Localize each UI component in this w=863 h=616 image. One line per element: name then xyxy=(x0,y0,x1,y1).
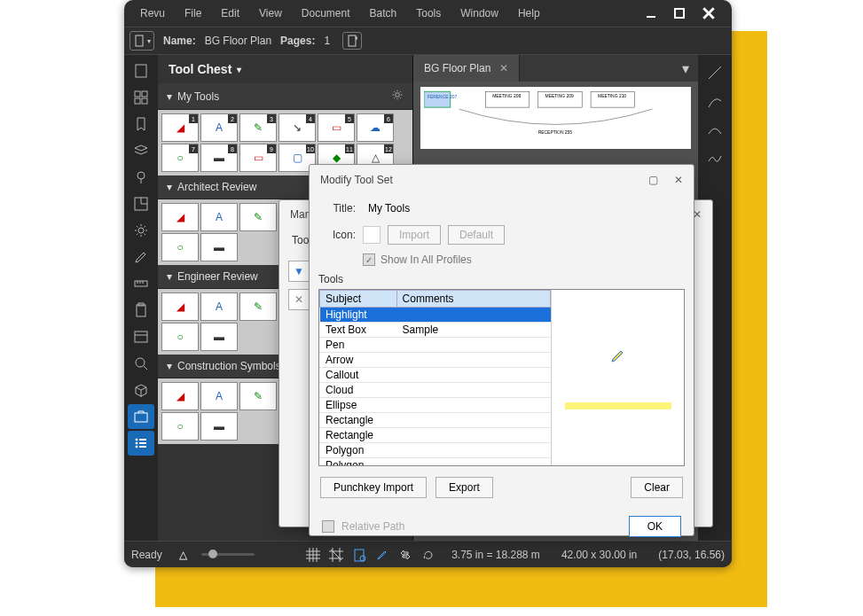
strip-box-icon[interactable] xyxy=(128,378,154,402)
menu-file[interactable]: File xyxy=(184,7,201,19)
strip-search-icon[interactable] xyxy=(128,351,154,376)
maximize-icon[interactable]: ▢ xyxy=(648,174,658,186)
strip-ruler-icon[interactable] xyxy=(128,271,154,296)
maximize-icon[interactable] xyxy=(673,7,686,19)
reuse-icon[interactable] xyxy=(420,546,437,564)
tools-table[interactable]: Subject Comments HighlightText BoxSample… xyxy=(319,290,551,465)
curve-icon[interactable] xyxy=(704,90,726,112)
strip-toolchest-icon[interactable] xyxy=(128,404,154,429)
table-row[interactable]: Cloud xyxy=(320,383,551,398)
tool-tile[interactable]: ▬ xyxy=(200,233,238,261)
menu-tools[interactable]: Tools xyxy=(416,7,441,19)
clear-button[interactable]: Clear xyxy=(631,477,683,498)
triangle-icon[interactable]: △ xyxy=(179,549,187,561)
drawing-sheet[interactable]: FERENCE 207 MEETING 208 MEETING 209 MEET… xyxy=(420,87,691,149)
tool-tile[interactable]: ▭9 xyxy=(239,144,277,172)
tool-tile[interactable]: ▬ xyxy=(200,323,238,351)
menu-view[interactable]: View xyxy=(259,7,282,19)
strip-file-icon[interactable] xyxy=(128,58,154,83)
delete-button[interactable]: ✕ xyxy=(288,289,310,310)
table-row[interactable]: Highlight xyxy=(320,308,551,323)
menu-help[interactable]: Help xyxy=(518,7,540,19)
snap-icon[interactable] xyxy=(327,546,345,564)
menu-edit[interactable]: Edit xyxy=(221,7,239,19)
gear-icon[interactable] xyxy=(391,89,404,104)
sync-icon[interactable] xyxy=(396,546,414,564)
arc-icon[interactable] xyxy=(704,119,726,140)
strip-floorplan-icon[interactable] xyxy=(128,191,154,216)
tool-tile[interactable]: ○ xyxy=(161,412,199,441)
strip-clipboard-icon[interactable] xyxy=(128,298,154,323)
chevron-down-icon[interactable]: ▾ xyxy=(682,60,689,77)
strip-gear-icon[interactable] xyxy=(128,218,154,243)
line-icon[interactable] xyxy=(704,62,726,83)
menu-window[interactable]: Window xyxy=(460,7,498,19)
import-button[interactable]: Import xyxy=(388,225,441,245)
tool-tile[interactable]: ✎ xyxy=(239,292,277,321)
tool-tile[interactable]: ○7 xyxy=(161,144,199,172)
grid-icon[interactable] xyxy=(304,546,322,564)
table-row[interactable]: Callout xyxy=(320,368,551,383)
tool-tile[interactable]: ✎ xyxy=(239,203,277,231)
relative-path-checkbox[interactable] xyxy=(322,520,334,533)
export-button[interactable]: Export xyxy=(435,477,493,498)
tool-tile[interactable]: A xyxy=(200,382,238,410)
strip-layers-icon[interactable] xyxy=(128,138,154,163)
table-row[interactable]: Ellipse xyxy=(320,398,551,413)
page-add-icon[interactable] xyxy=(342,32,362,50)
move-down-button[interactable]: ▼ xyxy=(288,261,310,282)
document-menu-icon[interactable]: ▾ xyxy=(129,31,154,51)
tool-tile[interactable]: ◢1 xyxy=(161,113,199,142)
table-row[interactable]: Rectangle xyxy=(320,428,551,443)
tool-tile[interactable]: ↘4 xyxy=(279,113,316,142)
strip-list-icon[interactable] xyxy=(128,431,154,456)
pages-label: Pages: xyxy=(280,35,315,47)
table-row[interactable]: Text BoxSample xyxy=(320,323,551,338)
wave-icon[interactable] xyxy=(704,147,726,168)
zoom-slider[interactable] xyxy=(201,553,255,556)
tool-tile[interactable]: ✎ xyxy=(239,382,277,410)
tool-tile[interactable]: ○ xyxy=(161,233,199,261)
tool-tile[interactable]: ▬ xyxy=(200,412,238,441)
close-icon[interactable]: ✕ xyxy=(499,62,508,74)
close-icon[interactable] xyxy=(702,6,716,20)
tool-tile[interactable]: ○ xyxy=(161,323,199,351)
col-subject[interactable]: Subject xyxy=(320,291,397,308)
strip-bookmark-icon[interactable] xyxy=(128,112,154,136)
table-row[interactable]: Polygon xyxy=(320,458,551,466)
tab-bg-floor-plan[interactable]: BG Floor Plan ✕ xyxy=(413,55,520,82)
table-row[interactable]: Polygon xyxy=(320,443,551,458)
default-button[interactable]: Default xyxy=(448,225,505,245)
tool-tile[interactable]: A xyxy=(200,203,238,231)
ok-button[interactable]: OK xyxy=(629,516,681,537)
tool-tile[interactable]: ✎3 xyxy=(239,113,277,142)
minimize-icon[interactable] xyxy=(645,7,657,19)
tool-tile[interactable]: ▭5 xyxy=(318,113,355,142)
tool-tile[interactable]: ▬8 xyxy=(200,144,238,172)
table-row[interactable]: Arrow xyxy=(320,353,551,368)
panel-title[interactable]: Tool Chest ▾ xyxy=(158,55,412,83)
title-input[interactable] xyxy=(363,199,681,218)
close-icon[interactable]: ✕ xyxy=(674,174,683,186)
strip-links-icon[interactable] xyxy=(128,324,154,349)
tool-tile[interactable]: A2 xyxy=(200,113,238,142)
tool-tile[interactable]: ◢ xyxy=(161,382,199,410)
tool-tile[interactable]: ◢ xyxy=(161,203,199,231)
strip-grid-icon[interactable] xyxy=(128,85,154,110)
col-comments[interactable]: Comments xyxy=(396,291,550,308)
strip-pen-icon[interactable] xyxy=(128,245,154,269)
menu-document[interactable]: Document xyxy=(302,7,350,19)
punchkey-import-button[interactable]: Punchkey Import xyxy=(320,477,427,498)
snap-content-icon[interactable] xyxy=(350,546,368,564)
tool-tile[interactable]: ☁6 xyxy=(357,113,394,142)
menu-revu[interactable]: Revu xyxy=(140,7,165,19)
table-row[interactable]: Pen xyxy=(320,338,551,353)
menu-batch[interactable]: Batch xyxy=(370,7,397,19)
show-all-checkbox[interactable]: ✓ xyxy=(363,253,375,266)
snap-markup-icon[interactable] xyxy=(373,546,391,564)
strip-pin-icon[interactable] xyxy=(128,165,154,190)
table-row[interactable]: Rectangle xyxy=(320,413,551,428)
tool-tile[interactable]: ◢ xyxy=(161,292,199,321)
tool-tile[interactable]: A xyxy=(200,292,238,321)
group-my-tools[interactable]: ▾ My Tools xyxy=(158,83,412,110)
